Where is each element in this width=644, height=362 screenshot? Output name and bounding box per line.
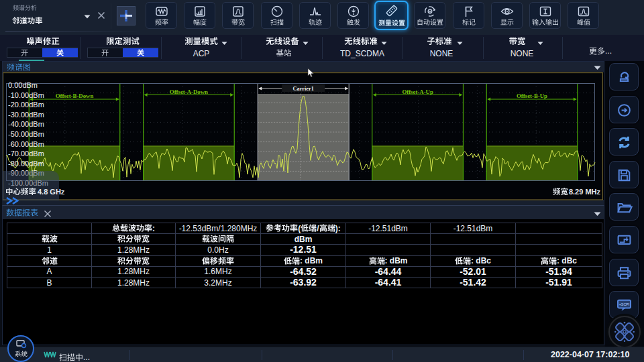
svg-text:8.29 MHz: 8.29 MHz xyxy=(569,188,601,196)
svg-text:-30.00dBm: -30.00dBm xyxy=(8,111,44,119)
svg-text:0.00dBm: 0.00dBm xyxy=(8,81,38,89)
svg-text:-60.00dBm: -60.00dBm xyxy=(8,140,44,148)
svg-text:Offset-B-Up: Offset-B-Up xyxy=(517,93,547,99)
svg-text:4.8 GHz: 4.8 GHz xyxy=(38,188,65,196)
svg-text:Offset-B-Down: Offset-B-Down xyxy=(56,93,94,99)
svg-text:Offset-A-Up: Offset-A-Up xyxy=(402,88,433,95)
svg-text:-70.00dBm: -70.00dBm xyxy=(8,149,44,158)
svg-text:-10.00dBm: -10.00dBm xyxy=(8,91,44,99)
svg-text:-40.00dBm: -40.00dBm xyxy=(8,120,44,128)
svg-text:-20.00dBm: -20.00dBm xyxy=(8,101,44,109)
svg-text:-50.00dBm: -50.00dBm xyxy=(8,130,44,138)
svg-text:+SCPI: +SCPI xyxy=(619,302,630,306)
svg-text:Carrier1: Carrier1 xyxy=(293,86,314,92)
svg-text:-80.00dBm: -80.00dBm xyxy=(8,160,44,168)
svg-text:Offset-A-Down: Offset-A-Down xyxy=(170,88,208,95)
